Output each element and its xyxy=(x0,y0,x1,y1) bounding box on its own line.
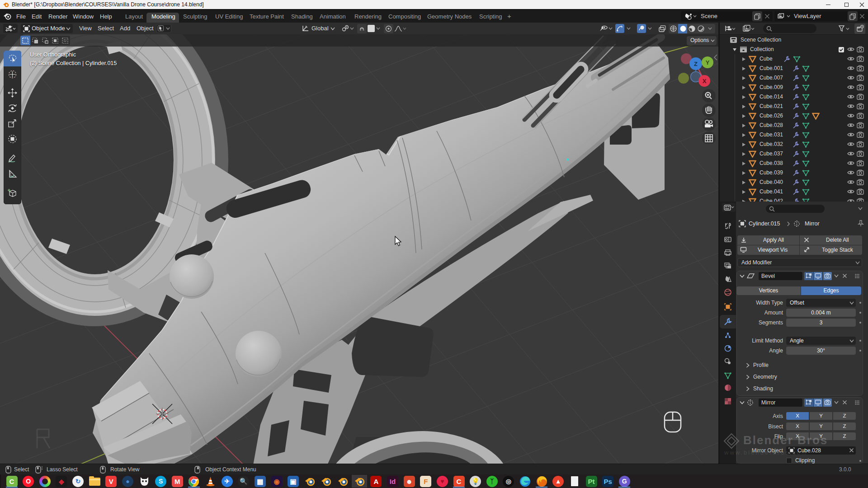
svg-text:Z: Z xyxy=(694,61,698,67)
svg-text:Y: Y xyxy=(706,59,710,66)
svg-text:X: X xyxy=(703,78,707,84)
